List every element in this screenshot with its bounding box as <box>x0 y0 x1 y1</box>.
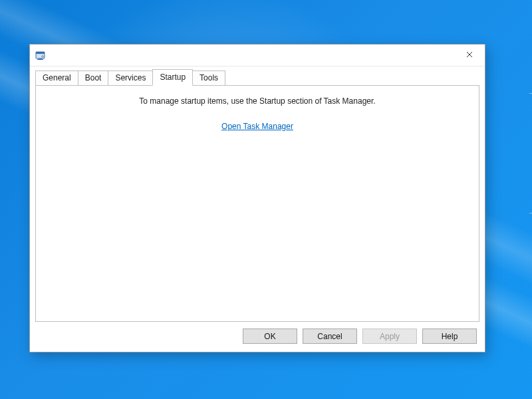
apply-button: Apply <box>362 329 417 344</box>
tab-tools[interactable]: Tools <box>192 70 225 86</box>
open-task-manager-link[interactable]: Open Task Manager <box>221 122 293 131</box>
close-icon <box>466 51 473 60</box>
close-button[interactable] <box>454 45 485 66</box>
ok-button[interactable]: OK <box>243 329 297 344</box>
titlebar[interactable] <box>30 45 485 66</box>
desktop-background: General Boot Services Startup Tools To m… <box>0 0 532 399</box>
svg-rect-3 <box>37 59 43 60</box>
msconfig-window: General Boot Services Startup Tools To m… <box>29 44 485 352</box>
tab-startup[interactable]: Startup <box>152 69 193 86</box>
tab-general[interactable]: General <box>35 70 78 86</box>
startup-tab-page: To manage startup items, use the Startup… <box>35 86 479 322</box>
msconfig-icon <box>35 50 46 61</box>
cancel-button[interactable]: Cancel <box>303 329 357 344</box>
help-button[interactable]: Help <box>422 329 477 344</box>
startup-message: To manage startup items, use the Startup… <box>36 96 479 106</box>
tabstrip: General Boot Services Startup Tools <box>30 66 485 86</box>
svg-rect-1 <box>36 52 45 54</box>
tab-boot[interactable]: Boot <box>78 70 109 86</box>
dialog-button-row: OK Cancel Apply Help <box>30 322 485 352</box>
svg-point-4 <box>42 56 44 58</box>
tab-services[interactable]: Services <box>108 70 153 86</box>
